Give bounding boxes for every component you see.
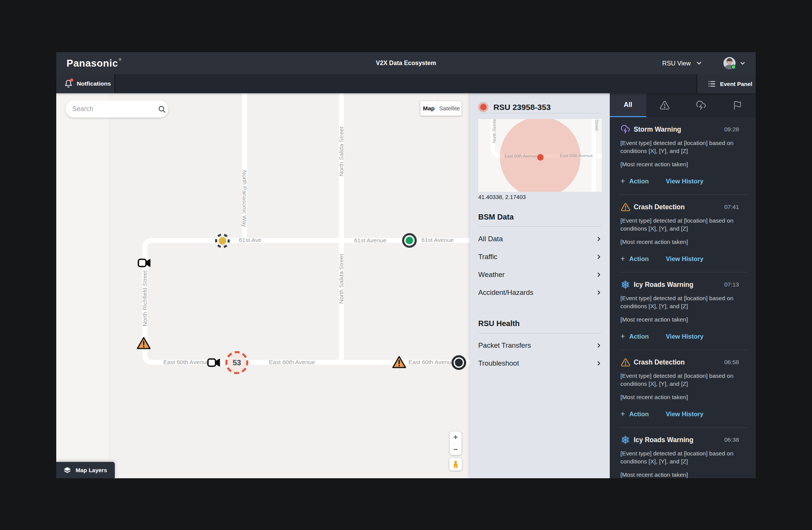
map-layers-label: Map Layers: [76, 467, 107, 473]
tab-flags[interactable]: [719, 93, 756, 117]
storm-icon: [696, 100, 706, 111]
event-panel: All Storm Warning09:28 [Event type] dete…: [610, 93, 756, 478]
action-button[interactable]: Action: [629, 178, 649, 185]
map-layers-button[interactable]: Map Layers: [56, 462, 115, 478]
minimap-street-label: East 60th Avenue: [560, 153, 593, 158]
event-description: [Event type] detected at [location] base…: [620, 139, 742, 155]
plus-icon: +: [620, 410, 625, 418]
layers-icon: [63, 466, 71, 474]
notifications-button[interactable]: Notfications: [56, 74, 115, 93]
search-input[interactable]: [72, 105, 158, 113]
chevron-right-icon: [596, 360, 602, 366]
snowflake-icon: [620, 280, 630, 290]
street-label: North Salida Street: [338, 254, 345, 304]
street-label: East 60th Avenue: [269, 359, 315, 366]
street-label: 61st Ave: [239, 237, 261, 244]
action-button[interactable]: Action: [629, 255, 649, 263]
rsu-title: RSU 23958-353: [493, 103, 551, 112]
rsu-minimap[interactable]: North Richfiel East 60th Avenue East 60t…: [478, 119, 602, 192]
map-type-toggle: Map Satellite: [420, 101, 462, 116]
hazard-marker[interactable]: [136, 336, 151, 350]
chevron-down-icon: [696, 60, 702, 66]
bsm-data-list: All Data Traffic Weather Accident/Hazard…: [478, 230, 602, 301]
event-description: [Event type] detected at [location] base…: [620, 372, 742, 388]
warning-triangle-icon: [660, 100, 670, 110]
zoom-control: + −: [450, 431, 462, 455]
view-history-link[interactable]: View History: [666, 411, 704, 418]
top-bar: Panasonic® V2X Data Ecosystem RSU View: [56, 52, 756, 74]
street-label: North Richfield Street: [141, 270, 148, 326]
tab-all[interactable]: All: [610, 93, 646, 117]
event-description: [Event type] detected at [location] base…: [620, 217, 742, 232]
section-divider: [478, 226, 602, 227]
view-selector-label: RSU View: [662, 60, 691, 67]
event-title: Crash Detection: [634, 358, 685, 366]
section-title-bsm-data: BSM Data: [478, 213, 602, 221]
menu-item-traffic[interactable]: Traffic: [478, 248, 602, 266]
event-description: [Event type] detected at [location] base…: [620, 450, 742, 465]
camera-marker[interactable]: [138, 258, 151, 268]
minimap-street-label: North Richfiel: [492, 119, 496, 143]
action-button[interactable]: Action: [629, 411, 649, 418]
menu-item-accident-hazards[interactable]: Accident/Hazards: [478, 283, 602, 301]
notifications-label: Notfications: [77, 80, 111, 87]
event-recent-action: [Most recent action taken]: [620, 316, 748, 323]
map-type-map[interactable]: Map: [420, 101, 437, 116]
event-time: 09:28: [724, 126, 748, 133]
event-description: [Event type] detected at [location] base…: [620, 294, 742, 310]
rsu-marker-offline[interactable]: [450, 354, 467, 371]
chevron-right-icon: [596, 236, 602, 242]
street-label: North Panasonic Way: [241, 170, 248, 227]
section-divider: [478, 333, 602, 333]
rsu-marker-online[interactable]: [401, 232, 418, 249]
pegman-icon: [452, 461, 459, 468]
storm-icon: [620, 124, 630, 134]
rsu-health-list: Packet Transfers Troubleshoot: [478, 336, 602, 372]
event-card: Icy Roads Warning06:38 [Event type] dete…: [610, 428, 756, 478]
map-canvas[interactable]: North Panasonic Way North Salida Street …: [56, 93, 470, 478]
event-card: Crash Detection07:41 [Event type] detect…: [610, 195, 756, 272]
chevron-right-icon: [596, 254, 602, 260]
zoom-out-button[interactable]: −: [450, 444, 462, 455]
user-menu[interactable]: [723, 57, 745, 70]
page-title: V2X Data Ecosystem: [56, 52, 756, 74]
plus-icon: +: [620, 177, 625, 185]
street-label: East 60th Avenue: [163, 359, 209, 366]
zoom-in-button[interactable]: +: [450, 431, 462, 443]
chevron-right-icon: [596, 290, 602, 296]
street-label: East 60th Avenue: [408, 359, 454, 366]
search-icon[interactable]: [158, 105, 166, 113]
plus-icon: +: [620, 255, 625, 263]
speed-marker-value: 53: [225, 350, 249, 375]
map-roads: [56, 93, 470, 478]
event-panel-button[interactable]: Event Panel: [696, 74, 756, 93]
map-type-satellite[interactable]: Satellite: [437, 101, 462, 116]
view-history-link[interactable]: View History: [666, 178, 704, 185]
event-card: Crash Detection06:58 [Event type] detect…: [610, 350, 756, 428]
event-card: Icy Roads Warning07:13 [Event type] dete…: [610, 272, 756, 350]
tab-storms[interactable]: [683, 93, 719, 117]
view-selector[interactable]: RSU View: [662, 52, 702, 74]
menu-item-troubleshoot[interactable]: Troubleshoot: [478, 354, 602, 372]
menu-item-packet-transfers[interactable]: Packet Transfers: [478, 336, 602, 354]
map-search: [65, 100, 168, 118]
action-button[interactable]: Action: [629, 333, 649, 340]
tab-warnings[interactable]: [646, 93, 683, 117]
content-area: North Panasonic Way North Salida Street …: [56, 93, 756, 478]
menu-item-all-data[interactable]: All Data: [478, 230, 602, 248]
street-label: 61st Avenue: [354, 237, 386, 244]
event-card: Storm Warning09:28 [Event type] detected…: [610, 117, 756, 195]
event-title: Crash Detection: [634, 203, 685, 211]
hazard-marker[interactable]: [392, 355, 407, 369]
pegman-button[interactable]: [449, 458, 462, 471]
speed-marker[interactable]: 53: [225, 350, 249, 375]
camera-marker[interactable]: [207, 358, 221, 368]
menu-item-weather[interactable]: Weather: [478, 266, 602, 283]
view-history-link[interactable]: View History: [666, 255, 704, 263]
event-title: Icy Roads Warning: [634, 436, 693, 444]
rsu-marker-warning[interactable]: [214, 232, 231, 249]
plus-icon: +: [620, 333, 625, 340]
event-time: 07:13: [724, 281, 748, 288]
event-time: 06:58: [724, 359, 748, 366]
view-history-link[interactable]: View History: [666, 333, 704, 340]
